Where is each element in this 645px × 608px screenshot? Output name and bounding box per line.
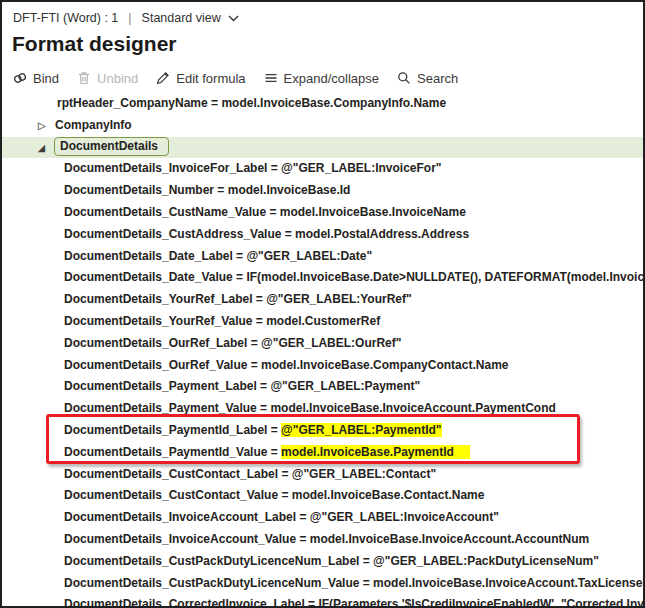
tree-row[interactable]: ◢DocumentDetails xyxy=(2,137,643,159)
highlighted-text: model.InvoiceBase.PaymentId xyxy=(281,445,470,459)
binding-expression: DocumentDetails_CustContact_Label = @"GE… xyxy=(64,467,436,481)
search-button[interactable]: Search xyxy=(396,70,458,86)
tree-row[interactable]: DocumentDetails_YourRef_Label = @"GER_LA… xyxy=(2,289,643,311)
tree-row[interactable]: DocumentDetails_InvoiceFor_Label = @"GER… xyxy=(2,158,643,180)
binding-expression: DocumentDetails_CorrectedInvoice_Label =… xyxy=(64,597,645,608)
binding-expression: DocumentDetails_YourRef_Value = model.Cu… xyxy=(64,314,380,328)
trash-icon xyxy=(76,70,92,86)
tree-row[interactable]: DocumentDetails_CustPackDutyLicenceNum_V… xyxy=(2,573,643,595)
page-title: Format designer xyxy=(12,30,643,57)
collapse-arrow-icon[interactable]: ◢ xyxy=(38,138,54,160)
tree-row[interactable]: DocumentDetails_InvoiceAccount_Value = m… xyxy=(2,529,643,551)
view-selector[interactable]: Standard view xyxy=(142,11,239,25)
bind-label: Bind xyxy=(33,71,59,86)
expand-collapse-label: Expand/collapse xyxy=(284,71,379,86)
unbind-button[interactable]: Unbind xyxy=(76,70,138,86)
binding-expression: DocumentDetails_PaymentId_Value = model.… xyxy=(64,445,470,459)
binding-expression: DocumentDetails_Payment_Value = model.In… xyxy=(64,401,556,415)
search-label: Search xyxy=(417,71,458,86)
edit-formula-label: Edit formula xyxy=(176,71,245,86)
binding-expression: DocumentDetails_YourRef_Label = @"GER_LA… xyxy=(64,292,412,306)
tree-row[interactable]: DocumentDetails_OurRef_Value = model.Inv… xyxy=(2,355,643,377)
bind-button[interactable]: Bind xyxy=(12,70,59,86)
search-icon xyxy=(396,70,412,86)
format-designer-window: DFT-FTI (Word) : 1 | Standard view Forma… xyxy=(0,0,645,608)
toolbar: Bind Unbind Edit formula xyxy=(12,68,643,88)
tree-row[interactable]: DocumentDetails_OurRef_Label = @"GER_LAB… xyxy=(2,333,643,355)
binding-expression: DocumentDetails_CustContact_Value = mode… xyxy=(64,488,484,502)
binding-expression: DocumentDetails_Payment_Label = @"GER_LA… xyxy=(64,379,420,393)
binding-expression: DocumentDetails_CustPackDutyLicenceNum_L… xyxy=(64,554,599,568)
edit-formula-button[interactable]: Edit formula xyxy=(155,70,245,86)
tree-row[interactable]: DocumentDetails_CustPackDutyLicenceNum_L… xyxy=(2,551,643,573)
tree-row[interactable]: DocumentDetails_PaymentId_Label = @"GER_… xyxy=(2,420,643,442)
tree-row[interactable]: DocumentDetails_CorrectedInvoice_Label =… xyxy=(2,594,643,608)
tree-row[interactable]: DocumentDetails_CustContact_Value = mode… xyxy=(2,485,643,507)
tree-row[interactable]: DocumentDetails_InvoiceAccount_Label = @… xyxy=(2,507,643,529)
tree-node-label: CompanyInfo xyxy=(54,118,132,132)
highlighted-text: @"GER_LABEL:PaymentId" xyxy=(281,423,441,437)
tree-row[interactable]: DocumentDetails_Payment_Value = model.In… xyxy=(2,398,643,420)
tree-row[interactable]: DocumentDetails_PaymentId_Value = model.… xyxy=(2,442,643,464)
binding-expression: DocumentDetails_InvoiceAccount_Label = @… xyxy=(64,510,499,524)
document-title: DFT-FTI (Word) : 1 xyxy=(13,11,118,25)
binding-expression: DocumentDetails_InvoiceAccount_Value = m… xyxy=(64,532,589,546)
tree-row[interactable]: DocumentDetails_Payment_Label = @"GER_LA… xyxy=(2,376,643,398)
view-selector-label: Standard view xyxy=(142,11,221,25)
link-icon xyxy=(12,70,28,86)
binding-expression: DocumentDetails_InvoiceFor_Label = @"GER… xyxy=(64,161,442,175)
pencil-icon xyxy=(155,70,171,86)
title-separator: | xyxy=(128,11,131,25)
tree-row[interactable]: DocumentDetails_Date_Label = @"GER_LABEL… xyxy=(2,246,643,268)
binding-expression: DocumentDetails_OurRef_Value = model.Inv… xyxy=(64,358,508,372)
expand-collapse-button[interactable]: Expand/collapse xyxy=(263,70,379,86)
tree-row[interactable]: DocumentDetails_Date_Value = IF(model.In… xyxy=(2,267,643,289)
tree-row[interactable]: DocumentDetails_CustContact_Label = @"GE… xyxy=(2,464,643,486)
binding-expression: DocumentDetails_OurRef_Label = @"GER_LAB… xyxy=(64,336,401,350)
unbind-label: Unbind xyxy=(97,71,138,86)
binding-expression: DocumentDetails_Date_Value = IF(model.In… xyxy=(64,270,645,284)
binding-expression: DocumentDetails_CustPackDutyLicenceNum_V… xyxy=(64,576,645,590)
binding-expression: DocumentDetails_Date_Label = @"GER_LABEL… xyxy=(64,249,372,263)
binding-expression: DocumentDetails_CustName_Value = model.I… xyxy=(64,205,466,219)
binding-expression: DocumentDetails_PaymentId_Label = @"GER_… xyxy=(64,423,442,437)
binding-tree: rptHeader_CompanyName = model.InvoiceBas… xyxy=(2,93,643,608)
tree-row[interactable]: DocumentDetails_YourRef_Value = model.Cu… xyxy=(2,311,643,333)
tree-row[interactable]: DocumentDetails_CustAddress_Value = mode… xyxy=(2,224,643,246)
binding-expression: rptHeader_CompanyName = model.InvoiceBas… xyxy=(57,96,446,110)
expand-arrow-icon[interactable]: ▷ xyxy=(38,115,54,137)
collapse-icon xyxy=(263,70,279,86)
tree-node-label: DocumentDetails xyxy=(54,137,169,156)
binding-expression: DocumentDetails_Number = model.InvoiceBa… xyxy=(64,183,350,197)
binding-expression: DocumentDetails_CustAddress_Value = mode… xyxy=(64,227,469,241)
tree-row[interactable]: DocumentDetails_Number = model.InvoiceBa… xyxy=(2,180,643,202)
chevron-down-icon xyxy=(228,11,239,25)
tree-row[interactable]: ▷CompanyInfo xyxy=(2,115,643,137)
breadcrumb-bar: DFT-FTI (Word) : 1 | Standard view xyxy=(2,2,643,26)
tree-row[interactable]: DocumentDetails_CustName_Value = model.I… xyxy=(2,202,643,224)
tree-row[interactable]: rptHeader_CompanyName = model.InvoiceBas… xyxy=(2,93,643,115)
